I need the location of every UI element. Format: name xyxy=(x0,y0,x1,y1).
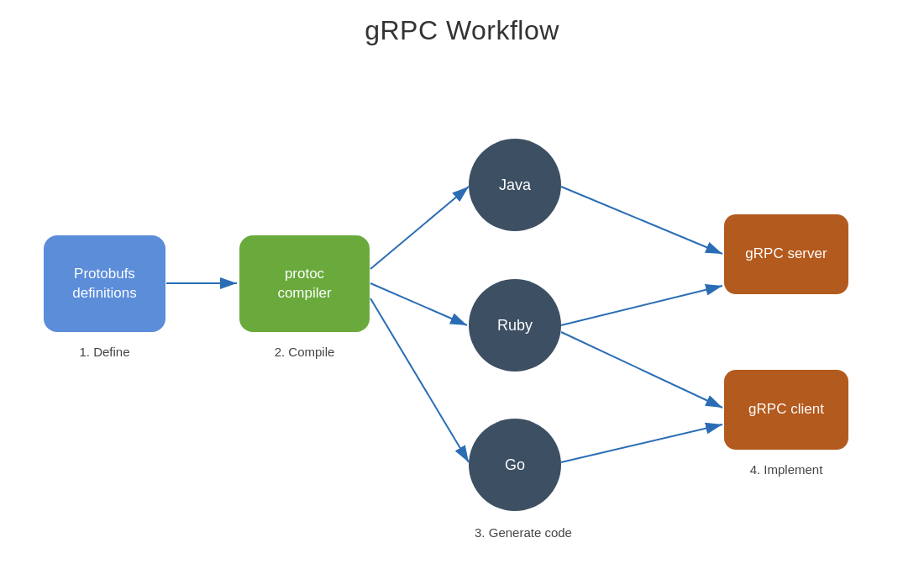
svg-line-4 xyxy=(370,298,469,462)
ruby-circle: Ruby xyxy=(469,279,561,372)
grpc-server-box: gRPC server xyxy=(724,214,848,294)
grpc-client-box: gRPC client xyxy=(724,370,848,450)
label-implement: 4. Implement xyxy=(724,462,848,477)
go-circle: Go xyxy=(469,419,561,511)
svg-line-8 xyxy=(561,424,722,462)
java-circle: Java xyxy=(469,139,561,231)
svg-line-5 xyxy=(561,187,722,254)
svg-line-6 xyxy=(561,286,722,325)
protobufs-box: Protobufs definitions xyxy=(44,235,165,332)
label-generate: 3. Generate code xyxy=(469,525,578,540)
svg-line-2 xyxy=(370,187,469,269)
diagram: Protobufs definitions protoc compiler Ja… xyxy=(0,59,924,555)
page-title: gRPC Workflow xyxy=(0,0,924,46)
svg-line-7 xyxy=(561,332,722,408)
label-compile: 2. Compile xyxy=(239,345,370,359)
svg-line-3 xyxy=(370,283,467,325)
protoc-box: protoc compiler xyxy=(239,235,370,332)
label-define: 1. Define xyxy=(44,345,165,359)
